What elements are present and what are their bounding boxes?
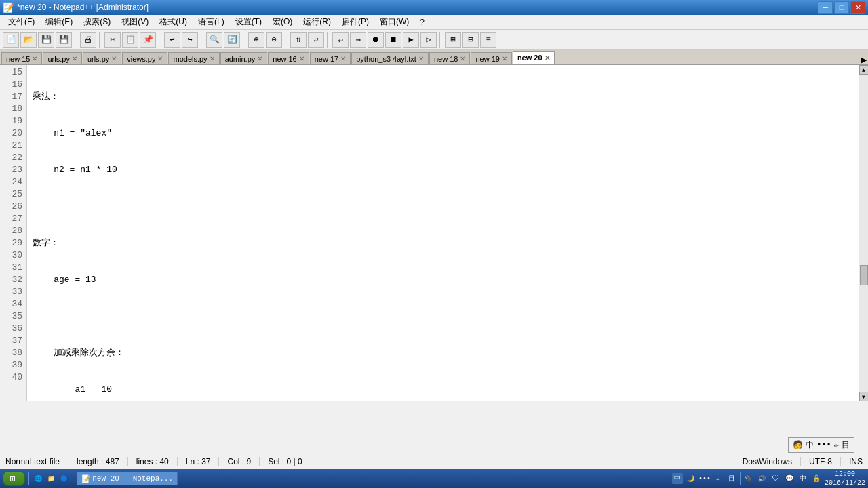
tray-table[interactable]: 目 (726, 473, 737, 484)
tab-new17-close[interactable]: ✕ (340, 55, 346, 62)
tb-cut[interactable]: ✂ (104, 32, 121, 48)
tb-zoom-out[interactable]: ⊖ (266, 32, 282, 48)
tab-models-py[interactable]: models.py✕ (168, 52, 219, 64)
tb-redo[interactable]: ↪ (182, 32, 198, 48)
tray-network[interactable]: 🔌 (743, 473, 754, 484)
tab-new19-close[interactable]: ✕ (502, 55, 507, 62)
menu-help[interactable]: ? (414, 16, 430, 28)
status-sep6 (311, 457, 311, 466)
tb-macro-stop[interactable]: ⏹ (385, 32, 401, 48)
minimize-button[interactable]: ─ (818, 1, 833, 14)
start-button[interactable]: ⊞ (3, 471, 25, 486)
tab-python-s3[interactable]: python_s3 4ayl.txt✕ (351, 52, 429, 64)
tray-dots[interactable]: ••• (699, 473, 710, 484)
menu-settings[interactable]: 设置(T) (230, 15, 267, 29)
taskbar-notepad[interactable]: 📝 new 20 - Notepa... (77, 472, 178, 485)
tab-new15-close[interactable]: ✕ (32, 55, 37, 62)
tb-copy[interactable]: 📋 (122, 32, 138, 48)
statusbar: Normal text file length : 487 lines : 40… (0, 453, 868, 469)
tray-volume[interactable]: 🔊 (757, 473, 768, 484)
tb-save-all[interactable]: 💾 (56, 32, 72, 48)
menu-view[interactable]: 视图(V) (116, 15, 154, 29)
tb-macro-play[interactable]: ▶ (403, 32, 419, 48)
ime-dot[interactable]: ••• (816, 441, 831, 450)
tray-ime2[interactable]: 中 (797, 473, 808, 484)
tab-scroll-right[interactable]: ▶ (861, 56, 867, 64)
titlebar-title: *new 20 - Notepad++ [Administrator] (17, 3, 149, 12)
ime-widget[interactable]: 🧑 中 ••• ✏ 目 (788, 437, 854, 453)
tab-new20-close[interactable]: ✕ (545, 54, 550, 62)
scroll-track[interactable] (859, 75, 869, 392)
tab-urls-py-2-close[interactable]: ✕ (111, 55, 117, 62)
quicklaunch-explorer[interactable]: 📁 (45, 473, 56, 484)
tb-replace[interactable]: 🔄 (224, 32, 240, 48)
tb-extra1[interactable]: ⊞ (445, 32, 461, 48)
scroll-down-button[interactable]: ▼ (859, 392, 869, 401)
tb-wrap[interactable]: ↵ (332, 32, 349, 48)
tab-urls-py-2[interactable]: urls.py✕ (83, 52, 121, 64)
tb-macro-rec[interactable]: ⏺ (368, 32, 384, 48)
tab-new17[interactable]: new 17✕ (310, 52, 351, 64)
menu-edit[interactable]: 编辑(E) (40, 15, 78, 29)
menu-window[interactable]: 窗口(W) (374, 15, 414, 29)
tb-undo[interactable]: ↩ (164, 32, 180, 48)
tray-pen[interactable]: ✏ (713, 473, 724, 484)
tray-security[interactable]: 🛡 (770, 473, 781, 484)
tb-save[interactable]: 💾 (38, 32, 54, 48)
tb-sync-h[interactable]: ⇄ (308, 32, 324, 48)
quicklaunch-ie[interactable]: 🌐 (33, 473, 43, 484)
menu-plugins[interactable]: 插件(P) (336, 15, 374, 29)
tb-new[interactable]: 📄 (3, 32, 19, 48)
tab-python-s3-close[interactable]: ✕ (418, 55, 424, 62)
tab-models-py-close[interactable]: ✕ (210, 55, 215, 62)
tab-new16[interactable]: new 16✕ (268, 52, 309, 64)
tb-run-script[interactable]: ▷ (420, 32, 437, 48)
tb-indent[interactable]: ⇥ (350, 32, 366, 48)
tb-sync-v[interactable]: ⇅ (290, 32, 307, 48)
clock[interactable]: 12:00 2016/11/22 (825, 470, 865, 487)
scroll-up-button[interactable]: ▲ (859, 65, 869, 75)
tab-new20[interactable]: new 20✕ (513, 51, 555, 64)
tab-urls-py-1[interactable]: urls.py✕ (43, 52, 81, 64)
tab-admin-py-close[interactable]: ✕ (257, 55, 262, 62)
tray-msg[interactable]: 💬 (784, 473, 795, 484)
tab-new18-close[interactable]: ✕ (460, 55, 465, 62)
maximize-button[interactable]: □ (834, 1, 849, 14)
tb-extra2[interactable]: ⊟ (462, 32, 479, 48)
menu-file[interactable]: 文件(F) (3, 15, 40, 29)
line-num-23: 23 (0, 164, 26, 176)
tb-paste[interactable]: 📌 (140, 32, 156, 48)
code-line-21 (33, 310, 853, 323)
menu-language[interactable]: 语言(L) (193, 15, 230, 29)
tray-extra[interactable]: 🔒 (811, 473, 822, 484)
tb-extra3[interactable]: ≡ (480, 32, 496, 48)
close-button[interactable]: ✕ (850, 1, 865, 14)
ime-pen[interactable]: ✏ (834, 440, 839, 450)
tab-new16-close[interactable]: ✕ (299, 55, 304, 62)
tb-sep7 (327, 32, 330, 48)
tb-open[interactable]: 📂 (20, 32, 37, 48)
code-area[interactable]: 乘法： n1 = "alex" n2 = n1 * 10 数字： age = 1… (27, 65, 859, 401)
tray-moon[interactable]: 🌙 (686, 473, 696, 484)
scrollbar-right[interactable]: ▲ ▼ (859, 65, 868, 401)
tab-views-py[interactable]: views.py✕ (122, 52, 167, 64)
tb-zoom-in[interactable]: ⊕ (248, 32, 264, 48)
tb-find[interactable]: 🔍 (206, 32, 222, 48)
scroll-thumb[interactable] (860, 265, 868, 285)
tb-print[interactable]: 🖨 (80, 32, 96, 48)
tab-views-py-close[interactable]: ✕ (157, 55, 163, 62)
tab-admin-py[interactable]: admin.py✕ (220, 52, 268, 64)
ime-chinese[interactable]: 中 (806, 439, 814, 451)
tab-new15[interactable]: new 15✕ (1, 52, 42, 64)
menu-macro[interactable]: 宏(O) (267, 15, 298, 29)
menu-format[interactable]: 格式(U) (154, 15, 193, 29)
tab-new19[interactable]: new 19✕ (471, 52, 511, 64)
tab-new18[interactable]: new 18✕ (429, 52, 470, 64)
tab-urls-py-1-close[interactable]: ✕ (72, 55, 77, 62)
menu-search[interactable]: 搜索(S) (78, 15, 116, 29)
tray-ime[interactable]: 中 (672, 473, 683, 484)
quicklaunch-chrome[interactable]: 🔵 (58, 473, 69, 484)
menu-run[interactable]: 运行(R) (298, 15, 336, 29)
ime-table[interactable]: 目 (842, 439, 850, 451)
status-lines: lines : 40 (136, 457, 169, 466)
